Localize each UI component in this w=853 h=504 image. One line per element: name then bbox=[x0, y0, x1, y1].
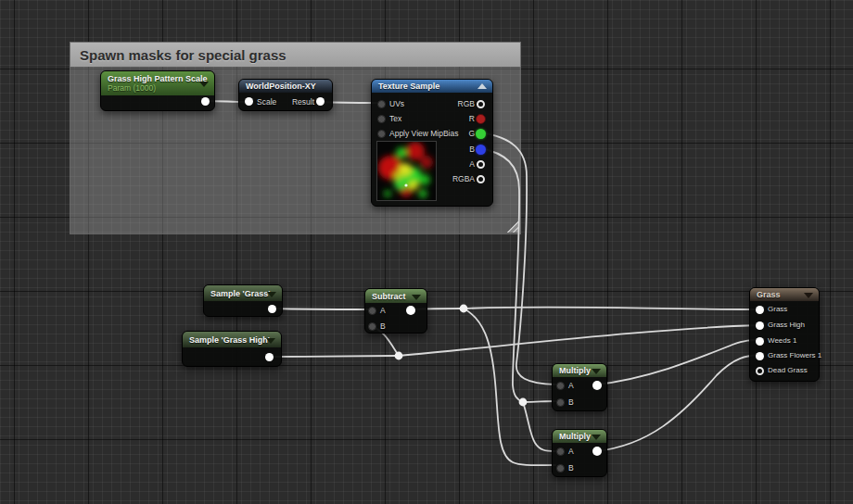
node-title: Sample 'Grass' bbox=[210, 289, 265, 298]
chevron-down-icon[interactable] bbox=[199, 82, 209, 87]
node-sample-grass[interactable]: Sample 'Grass' bbox=[203, 284, 283, 317]
pin-label: Grass High bbox=[768, 321, 805, 329]
pin-label: R bbox=[469, 114, 475, 123]
node-multiply-top[interactable]: Multiply A B bbox=[552, 363, 607, 411]
node-header[interactable]: WorldPosition-XY bbox=[239, 80, 332, 93]
node-header[interactable]: Texture Sample bbox=[372, 80, 492, 93]
input-pin-a[interactable] bbox=[556, 447, 565, 456]
output-pin-g[interactable] bbox=[476, 129, 486, 139]
chevron-down-icon[interactable] bbox=[592, 435, 601, 440]
reroute-node[interactable] bbox=[395, 352, 403, 360]
wire-reroute2-to-multiply-bottom-a[interactable] bbox=[523, 402, 555, 451]
input-pin-grass[interactable] bbox=[756, 306, 764, 314]
pin-label: A bbox=[568, 447, 574, 456]
input-pin-weeds-1[interactable] bbox=[756, 337, 764, 346]
pin-label: Grass bbox=[768, 305, 787, 313]
input-pin-grass-flowers-1[interactable] bbox=[756, 352, 764, 360]
pin-label: RGB bbox=[458, 99, 475, 108]
chevron-up-icon[interactable] bbox=[477, 83, 487, 89]
input-pin-b[interactable] bbox=[368, 322, 376, 331]
wire-multiply-bottom-to-flowers[interactable] bbox=[596, 355, 758, 451]
output-pin-rgb[interactable] bbox=[477, 100, 485, 108]
pin-label: Tex bbox=[389, 114, 401, 123]
wire-sample-grass-to-subtract-a[interactable] bbox=[273, 309, 368, 309]
material-graph-canvas[interactable]: Spawn masks for special grass Grass High… bbox=[0, 0, 853, 504]
input-pin-tex[interactable] bbox=[377, 115, 386, 123]
wire-reroute1-to-multiply-bottom-b[interactable] bbox=[464, 309, 555, 465]
output-pin[interactable] bbox=[592, 447, 602, 456]
output-pin-r[interactable] bbox=[476, 114, 486, 124]
reroute-node[interactable] bbox=[519, 398, 528, 407]
input-pin-a[interactable] bbox=[556, 382, 565, 390]
node-title: Subtract bbox=[372, 292, 410, 301]
node-title: Sample 'Grass High' bbox=[189, 335, 264, 345]
wire-sample-grass-high-to-reroute3[interactable] bbox=[271, 356, 396, 357]
wire-reroute1-to-grass[interactable] bbox=[464, 307, 758, 309]
input-pin-grass-high[interactable] bbox=[756, 321, 764, 330]
node-sample-grass-high[interactable]: Sample 'Grass High' bbox=[182, 331, 282, 367]
pin-label: A bbox=[469, 159, 475, 169]
node-header[interactable]: Sample 'Grass High' bbox=[183, 332, 281, 347]
pin-label: Result bbox=[292, 97, 314, 107]
input-pin-b[interactable] bbox=[556, 464, 565, 472]
node-title: Multiply bbox=[559, 432, 590, 441]
output-pin-a[interactable] bbox=[477, 160, 485, 169]
node-header[interactable]: Multiply bbox=[553, 364, 606, 377]
output-pin-rgba[interactable] bbox=[477, 175, 485, 183]
pin-label: B bbox=[568, 463, 574, 472]
output-pin[interactable] bbox=[201, 97, 210, 106]
node-header[interactable]: Grass bbox=[750, 288, 819, 301]
node-texture-sample[interactable]: Texture Sample UVs Tex Apply View MipBia… bbox=[371, 79, 493, 207]
pin-label: Weeds 1 bbox=[768, 336, 796, 345]
output-pin-result[interactable] bbox=[316, 97, 325, 106]
node-header[interactable]: Subtract bbox=[365, 289, 426, 303]
node-grass-output[interactable]: Grass Grass Grass High Weeds 1 Grass Flo… bbox=[749, 287, 820, 382]
pin-label: RGBA bbox=[452, 174, 475, 183]
input-pin-b[interactable] bbox=[556, 398, 565, 407]
input-pin-a[interactable] bbox=[368, 307, 376, 315]
pin-label: Scale bbox=[257, 97, 276, 107]
node-header[interactable]: Sample 'Grass' bbox=[204, 285, 282, 301]
reroute-node[interactable] bbox=[460, 305, 468, 313]
chevron-down-icon[interactable] bbox=[592, 369, 601, 374]
node-title: Texture Sample bbox=[378, 82, 476, 91]
node-multiply-bottom[interactable]: Multiply A B bbox=[552, 429, 607, 477]
chevron-down-icon[interactable] bbox=[412, 295, 421, 300]
wire-reroute2-to-multiply-top-b[interactable] bbox=[523, 401, 555, 402]
node-title: Grass High Pattern Scale bbox=[108, 74, 197, 83]
chevron-down-icon[interactable] bbox=[266, 338, 275, 344]
pin-label: B bbox=[469, 145, 475, 154]
node-header[interactable]: Multiply bbox=[553, 430, 606, 443]
pin-label: A bbox=[380, 306, 386, 315]
pin-label: Grass Flowers 1 bbox=[768, 351, 821, 359]
pin-label: B bbox=[380, 321, 386, 331]
pin-label: Dead Grass bbox=[768, 366, 808, 374]
node-header[interactable]: Grass High Pattern Scale Param (1000) bbox=[101, 71, 214, 95]
wire-reroute3-to-grass-high[interactable] bbox=[399, 325, 758, 356]
output-pin[interactable] bbox=[406, 306, 415, 315]
pin-label: UVs bbox=[389, 99, 404, 108]
chevron-down-icon[interactable] bbox=[267, 292, 276, 297]
output-pin-b[interactable] bbox=[476, 145, 486, 155]
input-pin-scale[interactable] bbox=[245, 97, 253, 106]
node-worldposition-xy[interactable]: WorldPosition-XY Scale Result bbox=[238, 79, 333, 111]
output-pin[interactable] bbox=[592, 381, 602, 390]
node-grass-high-pattern-scale[interactable]: Grass High Pattern Scale Param (1000) bbox=[100, 70, 215, 111]
input-pin-mipbias[interactable] bbox=[377, 130, 386, 138]
pin-label: Apply View MipBias bbox=[389, 129, 459, 138]
param-default-value: Param (1000) bbox=[108, 83, 197, 93]
pin-label: G bbox=[468, 129, 475, 138]
input-pin-uvs[interactable] bbox=[377, 100, 386, 108]
texture-preview[interactable] bbox=[376, 141, 437, 201]
node-subtract[interactable]: Subtract A B bbox=[364, 288, 427, 334]
output-pin[interactable] bbox=[265, 353, 274, 361]
output-pin[interactable] bbox=[268, 305, 276, 313]
input-pin-dead-grass[interactable] bbox=[756, 367, 764, 375]
node-title: Multiply bbox=[559, 366, 590, 375]
pin-label: A bbox=[568, 381, 574, 390]
pin-label: B bbox=[568, 397, 574, 407]
node-title: WorldPosition-XY bbox=[246, 82, 315, 91]
node-title: Grass bbox=[757, 290, 802, 299]
chevron-down-icon[interactable] bbox=[804, 293, 813, 298]
